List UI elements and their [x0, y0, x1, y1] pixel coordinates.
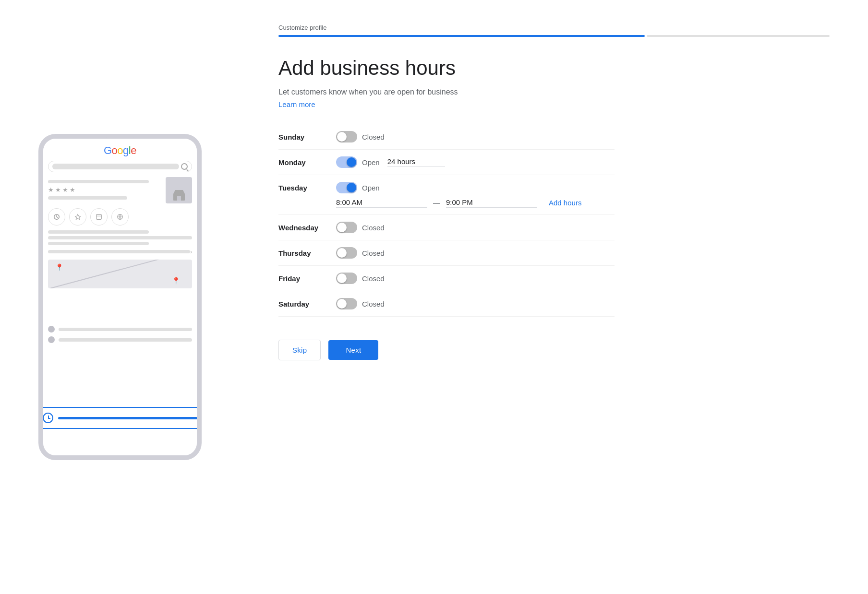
monday-toggle-thumb — [347, 157, 356, 167]
sunday-toggle-container: Closed — [336, 131, 385, 143]
thursday-status: Closed — [362, 249, 385, 257]
wednesday-label: Wednesday — [278, 224, 336, 232]
clock-icon — [43, 413, 53, 423]
progress-section: Customize profile — [278, 24, 830, 37]
wednesday-toggle-thumb — [337, 223, 347, 232]
saturday-toggle-container: Closed — [336, 298, 385, 309]
phone-screen: Google — [43, 139, 197, 455]
friday-toggle-container: Closed — [336, 273, 385, 284]
saturday-status: Closed — [362, 300, 385, 308]
monday-row: Monday Open 24 hours — [278, 150, 615, 175]
saturday-label: Saturday — [278, 300, 336, 308]
monday-hours-display: 24 hours — [387, 157, 445, 167]
tuesday-close-time[interactable] — [446, 197, 537, 208]
phone-action-buttons — [48, 208, 192, 226]
tuesday-time-separator: — — [433, 199, 440, 207]
wednesday-row: Wednesday Closed — [278, 215, 615, 240]
svg-rect-5 — [96, 214, 102, 220]
progress-empty — [647, 35, 830, 37]
thursday-toggle-track[interactable] — [336, 247, 357, 259]
tuesday-toggle-container: Open — [336, 182, 380, 193]
monday-toggle-track[interactable] — [336, 156, 357, 168]
page-description: Let customers know when you are open for… — [278, 88, 830, 96]
thursday-toggle-thumb — [337, 248, 347, 258]
thursday-toggle[interactable] — [336, 247, 357, 259]
wednesday-toggle[interactable] — [336, 222, 357, 233]
monday-toggle[interactable] — [336, 156, 357, 168]
friday-status: Closed — [362, 274, 385, 283]
tuesday-label: Tuesday — [278, 184, 336, 192]
monday-label: Monday — [278, 158, 336, 166]
monday-status: Open — [362, 158, 380, 166]
monday-toggle-container: Open — [336, 156, 380, 168]
sunday-toggle-track[interactable] — [336, 131, 357, 143]
saturday-toggle-track[interactable] — [336, 298, 357, 309]
phone-map: 📍 📍 — [48, 260, 192, 288]
phone-highlight-hours-box — [43, 407, 197, 429]
tuesday-status: Open — [362, 184, 380, 192]
saturday-toggle-thumb — [337, 299, 347, 309]
thursday-row: Thursday Closed — [278, 240, 615, 266]
tuesday-toggle-thumb — [347, 183, 356, 192]
svg-rect-1 — [177, 196, 181, 201]
tuesday-toggle-track[interactable] — [336, 182, 357, 193]
sunday-row: Sunday Closed — [278, 124, 615, 150]
sunday-toggle[interactable] — [336, 131, 357, 143]
saturday-toggle[interactable] — [336, 298, 357, 309]
phone-content-lines: › — [48, 230, 192, 256]
saturday-row: Saturday Closed — [278, 291, 615, 317]
phone-speaker — [106, 135, 134, 138]
tuesday-open-time[interactable] — [336, 197, 427, 208]
sunday-label: Sunday — [278, 133, 336, 141]
tuesday-times: — Add hours — [278, 193, 615, 208]
sunday-status: Closed — [362, 133, 385, 141]
friday-toggle-thumb — [337, 273, 347, 283]
svg-line-4 — [57, 217, 58, 218]
google-logo: Google — [48, 144, 192, 157]
tuesday-toggle[interactable] — [336, 182, 357, 193]
friday-toggle[interactable] — [336, 273, 357, 284]
phone-frame: Google — [38, 134, 202, 460]
bottom-buttons: Skip Next — [278, 340, 830, 360]
form-panel: Customize profile Add business hours Let… — [240, 0, 868, 594]
progress-label: Customize profile — [278, 24, 830, 31]
thursday-label: Thursday — [278, 249, 336, 257]
friday-toggle-track[interactable] — [336, 273, 357, 284]
thursday-toggle-container: Closed — [336, 247, 385, 259]
phone-mockup-panel: Google — [0, 0, 240, 594]
phone-shop-image — [166, 177, 192, 203]
phone-search-bar — [48, 161, 192, 172]
friday-label: Friday — [278, 274, 336, 283]
phone-stars: ★ ★ ★ ★ — [48, 186, 162, 193]
page-title: Add business hours — [278, 56, 830, 80]
progress-filled — [278, 35, 645, 37]
learn-more-link[interactable]: Learn more — [278, 100, 830, 108]
tuesday-top-row: Tuesday Open — [278, 182, 615, 193]
progress-bar — [278, 35, 830, 37]
wednesday-status: Closed — [362, 224, 385, 232]
highlight-bar — [58, 417, 197, 419]
phone-search-icon — [181, 163, 188, 170]
tuesday-row: Tuesday Open — Add hours — [278, 175, 615, 215]
friday-row: Friday Closed — [278, 266, 615, 291]
add-hours-link[interactable]: Add hours — [549, 199, 581, 207]
wednesday-toggle-container: Closed — [336, 222, 385, 233]
sunday-toggle-thumb — [337, 132, 347, 142]
wednesday-toggle-track[interactable] — [336, 222, 357, 233]
phone-bottom-rows — [43, 326, 197, 343]
skip-button[interactable]: Skip — [278, 340, 321, 360]
hours-table: Sunday Closed Monday Open — [278, 124, 615, 317]
next-button[interactable]: Next — [328, 340, 378, 360]
